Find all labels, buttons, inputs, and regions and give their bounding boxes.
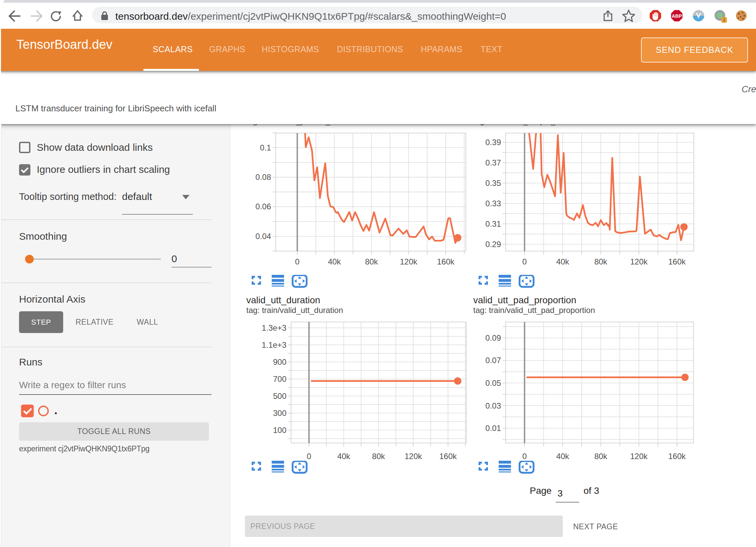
svg-text:700: 700 — [273, 374, 286, 383]
svg-text:0.07: 0.07 — [485, 356, 501, 365]
svg-text:80k: 80k — [372, 452, 385, 461]
svg-text:900: 900 — [273, 357, 286, 366]
svg-text:100: 100 — [273, 425, 286, 434]
svg-text:0.29: 0.29 — [485, 239, 501, 248]
svg-text:1.3e+3: 1.3e+3 — [261, 323, 286, 332]
svg-text:120k: 120k — [400, 257, 417, 266]
svg-text:40k: 40k — [556, 452, 570, 461]
svg-text:0.09: 0.09 — [485, 333, 501, 342]
svg-text:1.1e+3: 1.1e+3 — [261, 340, 286, 349]
svg-text:0.04: 0.04 — [255, 231, 271, 240]
svg-text:0.06: 0.06 — [255, 202, 271, 211]
svg-text:40k: 40k — [556, 257, 570, 266]
svg-text:0.1: 0.1 — [260, 143, 271, 152]
svg-text:0: 0 — [522, 452, 526, 461]
svg-text:160k: 160k — [439, 452, 457, 461]
svg-text:80k: 80k — [594, 257, 608, 266]
svg-text:0.35: 0.35 — [485, 178, 501, 187]
svg-text:160k: 160k — [668, 257, 686, 266]
svg-text:ABP: ABP — [672, 13, 682, 19]
svg-text:300: 300 — [273, 408, 286, 417]
svg-text:0.33: 0.33 — [485, 199, 501, 208]
svg-text:80k: 80k — [365, 257, 378, 266]
svg-text:160k: 160k — [668, 452, 686, 461]
svg-text:0.05: 0.05 — [485, 378, 501, 387]
svg-text:0.01: 0.01 — [485, 424, 501, 433]
svg-text:80k: 80k — [594, 452, 608, 461]
svg-text:0: 0 — [306, 452, 311, 461]
svg-text:0: 0 — [522, 257, 526, 266]
svg-text:1: 1 — [723, 17, 725, 22]
svg-text:0.37: 0.37 — [485, 158, 501, 167]
svg-text:40k: 40k — [337, 452, 351, 461]
svg-text:120k: 120k — [630, 257, 648, 266]
svg-text:0.31: 0.31 — [485, 219, 501, 228]
svg-text:0.03: 0.03 — [485, 401, 501, 410]
svg-text:500: 500 — [273, 391, 286, 400]
svg-text:0.08: 0.08 — [255, 172, 271, 181]
svg-text:0.39: 0.39 — [485, 137, 501, 146]
svg-text:40k: 40k — [328, 257, 341, 266]
svg-text:160k: 160k — [437, 257, 455, 266]
svg-text:120k: 120k — [404, 452, 422, 461]
svg-text:0: 0 — [295, 257, 299, 266]
svg-text:120k: 120k — [630, 452, 648, 461]
